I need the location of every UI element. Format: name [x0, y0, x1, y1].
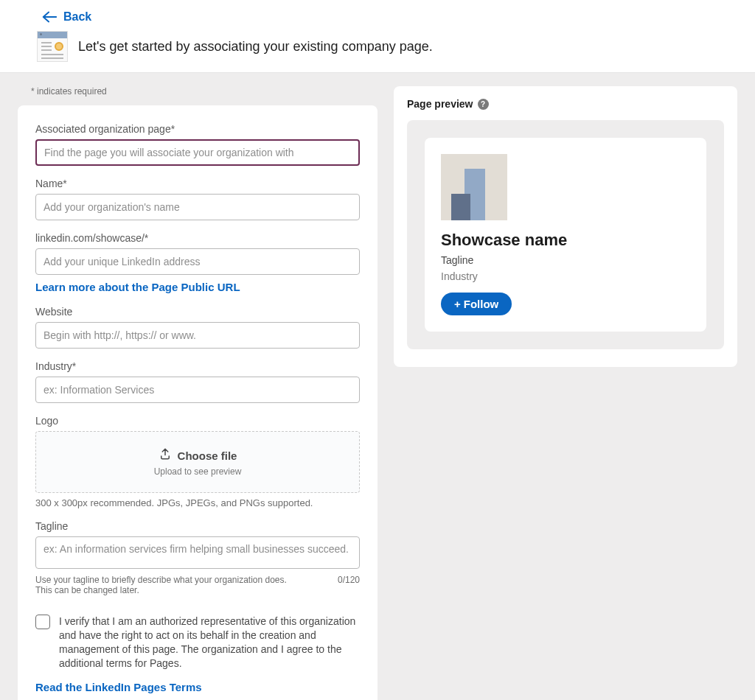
form-column: * indicates required Associated organiza…	[18, 86, 378, 700]
input-website[interactable]	[35, 322, 360, 349]
field-logo: Logo Choose file Upload to see preview 3…	[35, 415, 360, 508]
preview-title: Page preview	[407, 98, 473, 110]
follow-button[interactable]: + Follow	[441, 293, 512, 315]
follow-label: Follow	[464, 298, 499, 310]
preview-header: Page preview ?	[407, 98, 724, 110]
page-icon	[37, 31, 68, 62]
label-tagline: Tagline	[35, 520, 360, 532]
arrow-left-icon	[41, 10, 58, 24]
plus-icon: +	[454, 298, 461, 310]
input-associated-org[interactable]	[35, 139, 360, 166]
intro-row: Let's get started by associating your ex…	[15, 31, 740, 62]
intro-text: Let's get started by associating your ex…	[78, 39, 433, 55]
required-note: * indicates required	[18, 86, 378, 105]
link-pages-terms[interactable]: Read the LinkedIn Pages Terms	[35, 681, 202, 693]
preview-industry: Industry	[441, 270, 690, 282]
label-associated-org: Associated organization page*	[35, 123, 360, 135]
preview-name: Showcase name	[441, 231, 690, 250]
verify-checkbox[interactable]	[35, 615, 50, 629]
page-header: Back Let's get started by associating yo…	[0, 0, 755, 73]
logo-upload-dropzone[interactable]: Choose file Upload to see preview	[35, 431, 360, 493]
field-tagline: Tagline Use your tagline to briefly desc…	[35, 520, 360, 595]
choose-file-label: Choose file	[178, 449, 237, 462]
input-tagline[interactable]	[35, 536, 360, 569]
field-url: linkedin.com/showcase/* Learn more about…	[35, 232, 360, 294]
tagline-hint: Use your tagline to briefly describe wha…	[35, 575, 301, 595]
main-content: * indicates required Associated organiza…	[0, 73, 755, 700]
back-link[interactable]: Back	[15, 6, 740, 31]
verify-row: I verify that I am an authorized represe…	[35, 615, 360, 671]
preview-tagline: Tagline	[441, 254, 690, 266]
input-industry[interactable]	[35, 377, 360, 403]
logo-size-hint: 300 x 300px recommended. JPGs, JPEGs, an…	[35, 497, 360, 508]
input-name[interactable]	[35, 194, 360, 220]
field-name: Name*	[35, 178, 360, 220]
label-logo: Logo	[35, 415, 360, 427]
field-associated-org: Associated organization page*	[35, 123, 360, 166]
field-website: Website	[35, 306, 360, 349]
preview-logo-placeholder	[441, 154, 507, 220]
label-industry: Industry*	[35, 360, 360, 372]
logo-upload-hint: Upload to see preview	[154, 466, 242, 477]
label-name: Name*	[35, 178, 360, 189]
upload-icon	[159, 447, 172, 463]
label-website: Website	[35, 306, 360, 318]
input-url[interactable]	[35, 248, 360, 275]
field-industry: Industry*	[35, 360, 360, 403]
preview-card: Showcase name Tagline Industry + Follow	[425, 138, 706, 332]
form-card: Associated organization page* Name* link…	[18, 105, 378, 700]
preview-column: Page preview ? Showcase name Tagline Ind…	[394, 86, 737, 367]
back-label: Back	[63, 10, 91, 24]
tagline-counter: 0/120	[338, 575, 360, 595]
help-icon[interactable]: ?	[478, 99, 489, 110]
label-url: linkedin.com/showcase/*	[35, 232, 360, 244]
verify-text: I verify that I am an authorized represe…	[59, 615, 360, 671]
preview-outer: Showcase name Tagline Industry + Follow	[407, 120, 724, 349]
link-learn-more-url[interactable]: Learn more about the Page Public URL	[35, 281, 240, 293]
